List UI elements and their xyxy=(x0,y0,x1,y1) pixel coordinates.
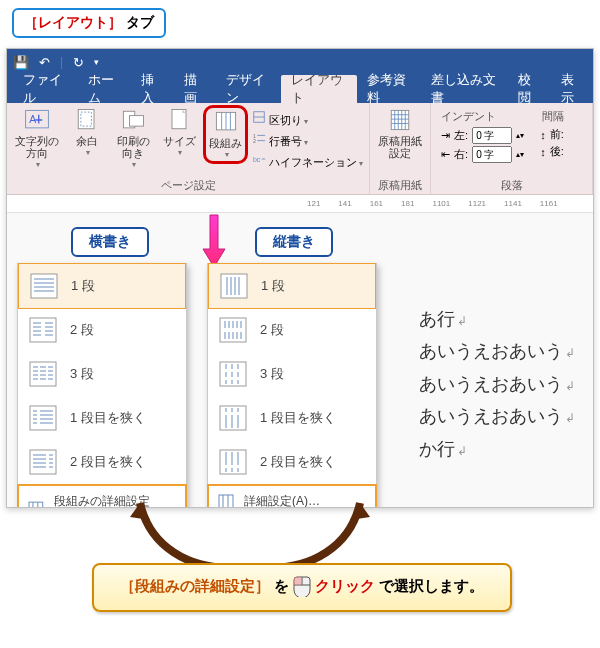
breaks-button[interactable]: 区切り▾ xyxy=(250,109,365,129)
svg-rect-90 xyxy=(220,362,246,386)
columns-option-right-narrow-v[interactable]: 2 段目を狭く xyxy=(208,440,376,484)
spacing-after-icon: ↕ xyxy=(540,146,546,158)
ribbon-group-paragraph: インデント ⇥ 左: ▴▾ ⇤ 右: ▴▾ 間隔 xyxy=(431,103,593,194)
columns-option-3-v[interactable]: 3 段 xyxy=(208,352,376,396)
columns-option-1[interactable]: 1 段 xyxy=(18,263,186,309)
ribbon-tabs: ファイル ホーム 挿入 描画 デザイン レイアウト 参考資料 差し込み文書 校閲… xyxy=(7,75,593,103)
document-body-text[interactable]: あ行 あいうえおあいう あいうえおあいう あいうえおあいう か行 xyxy=(419,303,579,465)
tab-references[interactable]: 参考資料 xyxy=(357,75,422,103)
indent-right-input[interactable] xyxy=(472,146,512,163)
columns-option-2[interactable]: 2 段 xyxy=(18,308,186,352)
svg-rect-119 xyxy=(294,577,302,585)
svg-rect-71 xyxy=(29,502,43,507)
tab-review[interactable]: 校閲 xyxy=(508,75,550,103)
tab-layout[interactable]: レイアウト xyxy=(281,75,357,103)
columns-option-2-v[interactable]: 2 段 xyxy=(208,308,376,352)
group-label-manuscript: 原稿用紙 xyxy=(374,176,426,194)
margins-button[interactable]: 余白▾ xyxy=(65,105,109,160)
ribbon-group-manuscript: 原稿用紙 設定 原稿用紙 xyxy=(370,103,431,194)
indent-left-input[interactable] xyxy=(472,127,512,144)
pink-arrow-down-icon xyxy=(199,213,229,269)
svg-rect-53 xyxy=(30,406,56,430)
spacing-before-icon: ↕ xyxy=(540,129,546,141)
document-canvas: 横書き 縦書き 1 段 2 段 3 段 1 段目を狭く xyxy=(7,213,593,507)
tab-file[interactable]: ファイル xyxy=(13,75,78,103)
line-numbers-button[interactable]: 12 行番号▾ xyxy=(250,130,365,150)
tab-insert[interactable]: 挿入 xyxy=(131,75,173,103)
svg-text:bc: bc xyxy=(253,156,261,163)
columns-option-3[interactable]: 3 段 xyxy=(18,352,186,396)
save-icon[interactable]: 💾 xyxy=(13,55,29,70)
tab-mailings[interactable]: 差し込み文書 xyxy=(421,75,508,103)
columns-option-left-narrow[interactable]: 1 段目を狭く xyxy=(18,396,186,440)
svg-rect-26 xyxy=(31,274,57,298)
spinner-icon[interactable]: ▴▾ xyxy=(516,150,524,159)
manuscript-settings-button[interactable]: 原稿用紙 設定 xyxy=(374,105,426,161)
columns-option-right-narrow[interactable]: 2 段目を狭く xyxy=(18,440,186,484)
svg-rect-18 xyxy=(391,110,409,129)
mouse-icon xyxy=(293,575,311,600)
tab-home[interactable]: ホーム xyxy=(78,75,132,103)
indent-left-icon: ⇥ xyxy=(441,129,450,142)
columns-option-1-v[interactable]: 1 段 xyxy=(208,263,376,309)
qat-customize-icon[interactable]: ▾ xyxy=(94,57,99,67)
indent-title: インデント xyxy=(441,109,524,124)
label-vertical-writing: 縦書き xyxy=(255,227,333,257)
tab-draw[interactable]: 描画 xyxy=(174,75,216,103)
orientation-button[interactable]: 印刷の 向き▾ xyxy=(111,105,155,172)
svg-rect-62 xyxy=(30,450,56,474)
columns-option-left-narrow-v[interactable]: 1 段目を狭く xyxy=(208,396,376,440)
svg-rect-5 xyxy=(130,116,144,127)
size-button[interactable]: サイズ▾ xyxy=(157,105,201,160)
svg-rect-100 xyxy=(220,406,246,430)
hyphenation-button[interactable]: bc ハイフネーション▾ xyxy=(250,151,365,171)
indent-right-icon: ⇤ xyxy=(441,148,450,161)
annotation-layout-tab: ［レイアウト］ タブ xyxy=(12,8,166,38)
ribbon-layout: A 文字列の 方向▾ 余白▾ 印刷の 向き▾ サイズ▾ 段組み▾ xyxy=(7,103,593,195)
tab-design[interactable]: デザイン xyxy=(216,75,281,103)
group-label-page-setup: ページ設定 xyxy=(11,176,365,194)
group-label-paragraph: 段落 xyxy=(435,176,588,194)
columns-button[interactable]: 段組み▾ xyxy=(203,105,248,164)
svg-rect-74 xyxy=(221,274,247,298)
svg-text:2: 2 xyxy=(253,138,256,144)
horizontal-ruler[interactable]: 121 141 161 181 1101 1121 1141 1161 xyxy=(7,195,593,213)
svg-rect-40 xyxy=(30,362,56,386)
redo-icon[interactable]: ↻ xyxy=(73,55,84,70)
label-horizontal-writing: 横書き xyxy=(71,227,149,257)
ribbon-group-page-setup: A 文字列の 方向▾ 余白▾ 印刷の 向き▾ サイズ▾ 段組み▾ xyxy=(7,103,370,194)
tab-view[interactable]: 表示 xyxy=(551,75,593,103)
spacing-title: 間隔 xyxy=(540,109,564,124)
word-window: 💾 ↶ | ↻ ▾ ファイル ホーム 挿入 描画 デザイン レイアウト 参考資料… xyxy=(6,48,594,508)
text-direction-button[interactable]: A 文字列の 方向▾ xyxy=(11,105,63,172)
undo-icon[interactable]: ↶ xyxy=(39,55,50,70)
svg-rect-31 xyxy=(30,318,56,342)
svg-rect-107 xyxy=(220,450,246,474)
columns-dropdown-vertical: 1 段 2 段 3 段 1 段目を狭く 2 段目を狭く 詳細設定(A)… xyxy=(207,263,377,507)
instruction-callout: ［段組みの詳細設定］ を クリック で選択します。 xyxy=(92,563,512,612)
spinner-icon[interactable]: ▴▾ xyxy=(516,131,524,140)
svg-text:A: A xyxy=(29,113,36,125)
columns-dropdown-horizontal: 1 段 2 段 3 段 1 段目を狭く 2 段目を狭く 段組みの詳細設定(C xyxy=(17,263,187,507)
